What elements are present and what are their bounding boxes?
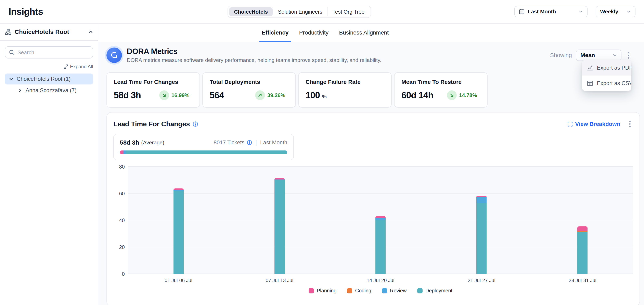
legend-item-review[interactable]: Review [382, 288, 407, 294]
chevron-down-icon [578, 9, 583, 14]
tree-item-choicehotels-root-1[interactable]: ChoiceHotels Root (1) [5, 73, 93, 84]
menu-item-label: Export as PDF [597, 65, 632, 71]
org-tab-solution-engineers[interactable]: Solution Engineers [273, 7, 327, 16]
chart-line-icon [587, 65, 593, 71]
tree-item-anna-scozzafava-7[interactable]: Anna Scozzafava (7) [5, 85, 93, 96]
legend-label: Review [390, 288, 407, 294]
org-tab-choicehotels[interactable]: ChoiceHotels [229, 7, 273, 16]
granularity-dropdown[interactable]: Weekly [596, 6, 636, 17]
bar-segment-planning [274, 178, 284, 180]
export-menu: Export as PDFExport as CSV [582, 60, 632, 91]
bar-segment-deployment [274, 180, 284, 274]
metric-card-title: Total Deployments [210, 79, 288, 85]
distribution-segment-deployment [126, 150, 287, 154]
chevron-down-icon[interactable] [9, 77, 14, 81]
bar-14-jul-20-jul[interactable] [376, 216, 386, 274]
tickets-count: 8017 Tickets [214, 139, 244, 146]
average-summary-card: 58d 3h (Average) 8017 Tickets | Last Mon… [113, 134, 294, 160]
legend-item-coding[interactable]: Coding [347, 288, 371, 294]
y-tick-label: 60 [119, 191, 125, 197]
period-label: Last Month [260, 139, 287, 146]
bar-segment-deployment [174, 191, 184, 274]
dora-cycle-icon [106, 47, 122, 63]
lead-time-title: Lead Time For Changes [113, 120, 190, 128]
chevron-down-icon [626, 9, 631, 14]
legend-swatch-coding [347, 288, 352, 294]
legend-swatch-review [382, 288, 387, 294]
search-box[interactable] [5, 46, 93, 58]
bar-01-jul-06-jul[interactable] [174, 188, 184, 274]
content-area: DORA Metrics DORA metrics measure softwa… [98, 42, 644, 305]
bar-segment-deployment [577, 232, 588, 274]
tab-label: Efficiency [262, 29, 288, 36]
gridline-80 [128, 166, 633, 167]
tab-efficiency[interactable]: Efficiency [262, 23, 288, 42]
y-tick-label: 80 [119, 164, 125, 170]
metric-card-title: Mean Time To Restore [402, 79, 480, 85]
metric-card-value-row: 60d 14h14.78% [402, 90, 480, 100]
top-controls: Last Month Weekly [514, 6, 636, 17]
metric-card-value: 58d 3h [114, 90, 141, 100]
info-icon[interactable] [247, 140, 252, 145]
expand-corners-icon [568, 121, 573, 127]
bar-segment-deployment [376, 220, 386, 274]
tab-productivity[interactable]: Productivity [299, 23, 328, 42]
showing-dropdown[interactable]: Mean [576, 49, 622, 61]
menu-item-export-as-pdf[interactable]: Export as PDF [582, 60, 632, 75]
bar-07-jul-13-jul[interactable] [274, 178, 284, 274]
active-tab-underline [259, 41, 291, 42]
calendar-icon [519, 9, 524, 14]
legend-item-deployment[interactable]: Deployment [417, 288, 452, 294]
bar-segment-deployment [476, 203, 486, 274]
metric-card-title: Lead Time For Changes [114, 79, 192, 85]
trend-value: 16.99% [172, 92, 189, 98]
chevron-right-icon[interactable] [18, 88, 22, 93]
dora-more-menu-button[interactable] [626, 50, 632, 60]
view-breakdown-button[interactable]: View Breakdown [568, 121, 620, 127]
menu-item-label: Export as CSV [597, 80, 632, 86]
view-breakdown-label: View Breakdown [575, 121, 620, 127]
trend-down-icon [159, 90, 169, 100]
section-tabs: EfficiencyProductivityBusiness Alignment [98, 23, 644, 42]
page-title: Insights [8, 6, 43, 17]
x-tick-label: 28 Jul-31 Jul [569, 278, 596, 283]
bar-21-jul-27-jul[interactable] [476, 196, 486, 274]
metric-card-title: Change Failure Rate [306, 79, 384, 85]
org-tab-test-org-tree[interactable]: Test Org Tree [327, 7, 369, 16]
x-axis: 01 Jul-06 Jul07 Jul-13 Jul14 Jul-20 Jul2… [128, 274, 633, 285]
trend-badge: 14.78% [447, 90, 477, 100]
y-tick-label: 40 [119, 218, 125, 223]
menu-item-export-as-csv[interactable]: Export as CSV [582, 75, 632, 91]
insights-dashboard: Insights ChoiceHotelsSolution EngineersT… [0, 0, 644, 305]
x-tick-label: 07 Jul-13 Jul [266, 278, 293, 283]
tab-business-alignment[interactable]: Business Alignment [339, 23, 389, 42]
search-input[interactable] [18, 49, 89, 56]
sidebar-header[interactable]: ChoiceHotels Root [0, 23, 98, 41]
org-tree-sidebar: ChoiceHotels Root Expand All [0, 23, 98, 305]
metric-card-mean-time-to-restore: Mean Time To Restore60d 14h14.78% [394, 72, 488, 108]
tree-item-label: Anna Scozzafava (7) [26, 87, 76, 94]
chevron-up-icon[interactable] [88, 29, 93, 34]
expand-all-button[interactable]: Expand All [5, 64, 93, 69]
granularity-value: Weekly [600, 8, 618, 15]
legend-swatch-planning [308, 288, 314, 294]
date-range-dropdown[interactable]: Last Month [514, 6, 588, 17]
metric-card-value-row: 56439.26% [210, 90, 288, 100]
top-bar: Insights ChoiceHotelsSolution EngineersT… [0, 0, 644, 23]
org-tree: ChoiceHotels Root (1)Anna Scozzafava (7) [5, 73, 93, 96]
legend-label: Planning [317, 288, 336, 294]
tab-label: Productivity [299, 29, 328, 36]
bar-segment-planning [174, 188, 184, 190]
metric-cards: Lead Time For Changes58d 3h16.99%Total D… [106, 72, 640, 108]
table-icon [587, 80, 593, 86]
showing-label: Showing [550, 52, 572, 58]
lead-time-chart: 020406080 [113, 167, 633, 274]
info-icon[interactable] [192, 121, 198, 127]
trend-badge: 16.99% [159, 90, 189, 100]
chevron-down-icon [612, 53, 617, 57]
lead-time-more-menu-button[interactable] [627, 119, 633, 129]
legend-item-planning[interactable]: Planning [308, 288, 336, 294]
bar-segment-planning [376, 216, 386, 218]
bar-28-jul-31-jul[interactable] [577, 226, 588, 274]
y-tick-label: 20 [119, 244, 125, 250]
